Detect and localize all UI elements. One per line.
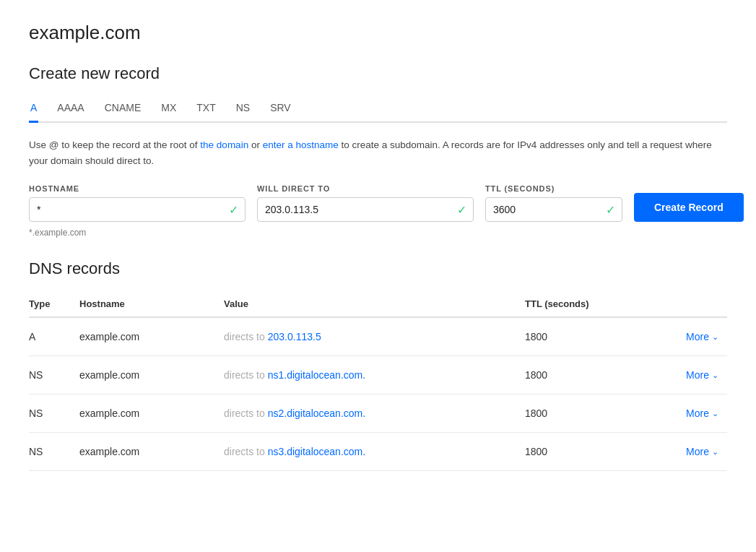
record-actions: More ⌄ bbox=[640, 433, 727, 471]
record-type-tabs: A AAAA CNAME MX TXT NS SRV bbox=[29, 96, 727, 123]
dns-records-title: DNS records bbox=[29, 259, 727, 278]
record-value: directs to ns3.digitalocean.com. bbox=[224, 433, 525, 471]
more-label: More bbox=[686, 407, 709, 419]
more-label: More bbox=[686, 446, 709, 457]
dns-records-table: Type Hostname Value TTL (seconds) A exam… bbox=[29, 291, 727, 471]
more-label: More bbox=[686, 331, 709, 342]
col-header-value: Value bbox=[224, 291, 525, 317]
description-hostname-link[interactable]: enter a hostname bbox=[263, 139, 339, 150]
more-button[interactable]: More ⌄ bbox=[686, 331, 718, 342]
table-row: NS example.com directs to ns1.digitaloce… bbox=[29, 356, 727, 394]
ttl-label: TTL (SECONDS) bbox=[485, 184, 622, 193]
record-ttl: 1800 bbox=[525, 394, 640, 433]
directs-to-prefix: directs to bbox=[224, 407, 268, 419]
willdirectto-group: WILL DIRECT TO ✓ bbox=[257, 184, 474, 222]
create-record-title: Create new record bbox=[29, 64, 727, 83]
col-header-hostname: Hostname bbox=[79, 291, 224, 317]
ttl-check-icon: ✓ bbox=[606, 203, 615, 217]
record-ttl: 1800 bbox=[525, 356, 640, 394]
chevron-down-icon: ⌄ bbox=[712, 409, 718, 418]
record-value: directs to 203.0.113.5 bbox=[224, 317, 525, 356]
ttl-group: TTL (SECONDS) ✓ bbox=[485, 184, 622, 222]
tab-MX[interactable]: MX bbox=[160, 96, 178, 123]
col-header-type: Type bbox=[29, 291, 79, 317]
willdirectto-label: WILL DIRECT TO bbox=[257, 184, 474, 193]
willdirectto-input[interactable] bbox=[257, 197, 474, 222]
hostname-check-icon: ✓ bbox=[229, 203, 238, 217]
hostname-input[interactable] bbox=[29, 197, 246, 222]
record-ttl: 1800 bbox=[525, 433, 640, 471]
dns-records-section: DNS records Type Hostname Value TTL (sec… bbox=[29, 259, 727, 471]
willdirectto-input-wrapper: ✓ bbox=[257, 197, 474, 222]
table-row: NS example.com directs to ns2.digitaloce… bbox=[29, 394, 727, 433]
more-button[interactable]: More ⌄ bbox=[686, 369, 718, 381]
hostname-label: HOSTNAME bbox=[29, 184, 246, 193]
ttl-input[interactable] bbox=[485, 197, 622, 222]
more-button[interactable]: More ⌄ bbox=[686, 407, 718, 419]
record-type: NS bbox=[29, 356, 79, 394]
record-description: Use @ to keep the record at the root of … bbox=[29, 137, 727, 168]
record-value-link[interactable]: ns1.digitalocean.com. bbox=[268, 369, 365, 381]
record-hostname: example.com bbox=[79, 433, 224, 471]
col-header-ttl: TTL (seconds) bbox=[525, 291, 640, 317]
more-button[interactable]: More ⌄ bbox=[686, 446, 718, 457]
record-value-link[interactable]: ns3.digitalocean.com. bbox=[268, 446, 365, 457]
record-hostname: example.com bbox=[79, 394, 224, 433]
tab-TXT[interactable]: TXT bbox=[195, 96, 217, 123]
col-header-actions bbox=[640, 291, 727, 317]
table-row: NS example.com directs to ns3.digitaloce… bbox=[29, 433, 727, 471]
record-ttl: 1800 bbox=[525, 317, 640, 356]
record-type: NS bbox=[29, 394, 79, 433]
record-hostname: example.com bbox=[79, 317, 224, 356]
chevron-down-icon: ⌄ bbox=[712, 332, 718, 342]
record-actions: More ⌄ bbox=[640, 356, 727, 394]
directs-to-prefix: directs to bbox=[224, 369, 268, 381]
record-value: directs to ns1.digitalocean.com. bbox=[224, 356, 525, 394]
dns-table-header-row: Type Hostname Value TTL (seconds) bbox=[29, 291, 727, 317]
record-type: A bbox=[29, 317, 79, 356]
chevron-down-icon: ⌄ bbox=[712, 447, 718, 457]
tab-AAAA[interactable]: AAAA bbox=[56, 96, 85, 123]
tab-A[interactable]: A bbox=[29, 96, 38, 123]
record-hostname: example.com bbox=[79, 356, 224, 394]
willdirectto-check-icon: ✓ bbox=[457, 203, 466, 217]
tab-CNAME[interactable]: CNAME bbox=[103, 96, 143, 123]
tab-NS[interactable]: NS bbox=[235, 96, 251, 123]
record-actions: More ⌄ bbox=[640, 394, 727, 433]
more-label: More bbox=[686, 369, 709, 381]
domain-title: example.com bbox=[29, 22, 727, 44]
directs-to-prefix: directs to bbox=[224, 331, 268, 342]
create-record-button[interactable]: Create Record bbox=[634, 193, 744, 222]
record-value-link[interactable]: ns2.digitalocean.com. bbox=[268, 407, 365, 419]
record-type: NS bbox=[29, 433, 79, 471]
record-value: directs to ns2.digitalocean.com. bbox=[224, 394, 525, 433]
table-row: A example.com directs to 203.0.113.5 180… bbox=[29, 317, 727, 356]
ttl-input-wrapper: ✓ bbox=[485, 197, 622, 222]
hostname-group: HOSTNAME ✓ bbox=[29, 184, 246, 222]
create-record-form: HOSTNAME ✓ WILL DIRECT TO ✓ TTL (SECONDS… bbox=[29, 184, 727, 222]
chevron-down-icon: ⌄ bbox=[712, 371, 718, 380]
record-value-link[interactable]: 203.0.113.5 bbox=[268, 331, 321, 342]
tab-SRV[interactable]: SRV bbox=[269, 96, 292, 123]
record-actions: More ⌄ bbox=[640, 317, 727, 356]
subdomain-hint: *.example.com bbox=[29, 228, 727, 238]
hostname-input-wrapper: ✓ bbox=[29, 197, 246, 222]
description-domain-link[interactable]: the domain bbox=[200, 139, 248, 150]
directs-to-prefix: directs to bbox=[224, 446, 268, 457]
